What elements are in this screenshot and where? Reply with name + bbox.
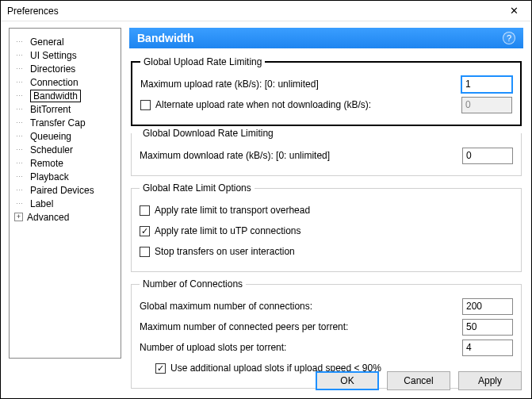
- dialog-buttons: OK Cancel Apply: [316, 371, 522, 390]
- settings-panel: Bandwidth ? Global Upload Rate Limiting …: [129, 28, 523, 359]
- global-connections-input[interactable]: [462, 298, 513, 315]
- apply-button[interactable]: Apply: [458, 371, 522, 390]
- download-rate-group: Global Download Rate Limiting Maximum do…: [131, 128, 522, 176]
- alt-upload-input: [461, 97, 512, 113]
- additional-slots-checkbox[interactable]: ✓: [155, 363, 166, 374]
- upload-slots-label: Number of upload slots per torrent:: [140, 342, 286, 353]
- utp-checkbox[interactable]: ✓: [140, 226, 150, 236]
- max-download-label: Maximum download rate (kB/s): [0: unlimi…: [140, 150, 330, 161]
- stop-transfers-checkbox[interactable]: [140, 247, 150, 257]
- tree-item-connection[interactable]: ⋯Connection: [14, 75, 117, 89]
- tree-item-bandwidth[interactable]: ⋯Bandwidth: [14, 89, 117, 102]
- panel-title: Bandwidth: [137, 32, 194, 44]
- tree-item-advanced[interactable]: +Advanced: [14, 210, 117, 224]
- cancel-button[interactable]: Cancel: [387, 371, 450, 390]
- tree-item-bittorrent[interactable]: ⋯BitTorrent: [14, 102, 117, 116]
- peers-per-torrent-input[interactable]: [462, 319, 513, 336]
- max-download-input[interactable]: [462, 148, 513, 164]
- category-tree: ⋯General ⋯UI Settings ⋯Directories ⋯Conn…: [9, 28, 121, 359]
- tree-item-remote[interactable]: ⋯Remote: [14, 156, 117, 170]
- tree-item-transfer-cap[interactable]: ⋯Transfer Cap: [14, 116, 117, 129]
- max-upload-input[interactable]: [461, 76, 512, 93]
- upload-rate-group: Global Upload Rate Limiting Maximum uplo…: [131, 56, 522, 126]
- upload-slots-input[interactable]: [462, 340, 513, 356]
- connections-legend: Number of Connections: [140, 278, 246, 290]
- overhead-checkbox[interactable]: [140, 205, 150, 216]
- rate-limit-options-group: Global Rate Limit Options Apply rate lim…: [131, 182, 522, 272]
- stop-transfers-label: Stop transfers on user interaction: [155, 246, 295, 257]
- upload-rate-legend: Global Upload Rate Limiting: [140, 56, 265, 67]
- overhead-label: Apply rate limit to transport overhead: [155, 205, 310, 216]
- ok-button[interactable]: OK: [316, 371, 379, 390]
- help-icon[interactable]: ?: [503, 32, 515, 44]
- tree-item-label[interactable]: ⋯Label: [14, 197, 117, 210]
- global-connections-label: Global maximum number of connections:: [140, 301, 312, 312]
- panel-header: Bandwidth ?: [129, 28, 523, 48]
- utp-label: Apply rate limit to uTP connections: [155, 225, 301, 236]
- tree-item-scheduler[interactable]: ⋯Scheduler: [14, 143, 117, 156]
- tree-item-queueing[interactable]: ⋯Queueing: [14, 129, 117, 143]
- rate-limit-options-legend: Global Rate Limit Options: [140, 182, 255, 194]
- peers-per-torrent-label: Maximum number of connected peers per to…: [140, 321, 348, 332]
- close-icon: ✕: [510, 5, 519, 17]
- download-rate-legend: Global Download Rate Limiting: [140, 128, 277, 139]
- alt-upload-checkbox[interactable]: [140, 100, 151, 110]
- tree-item-paired-devices[interactable]: ⋯Paired Devices: [14, 183, 117, 197]
- close-button[interactable]: ✕: [498, 2, 530, 21]
- titlebar: Preferences ✕: [1, 1, 531, 21]
- window-title: Preferences: [7, 6, 59, 17]
- tree-item-ui-settings[interactable]: ⋯UI Settings: [14, 48, 117, 62]
- tree-item-general[interactable]: ⋯General: [14, 35, 117, 48]
- expand-icon[interactable]: +: [14, 213, 23, 221]
- alt-upload-label: Alternate upload rate when not downloadi…: [155, 99, 371, 110]
- tree-item-playback[interactable]: ⋯Playback: [14, 170, 117, 183]
- max-upload-label: Maximum upload rate (kB/s): [0: unlimite…: [140, 79, 319, 90]
- tree-item-directories[interactable]: ⋯Directories: [14, 62, 117, 75]
